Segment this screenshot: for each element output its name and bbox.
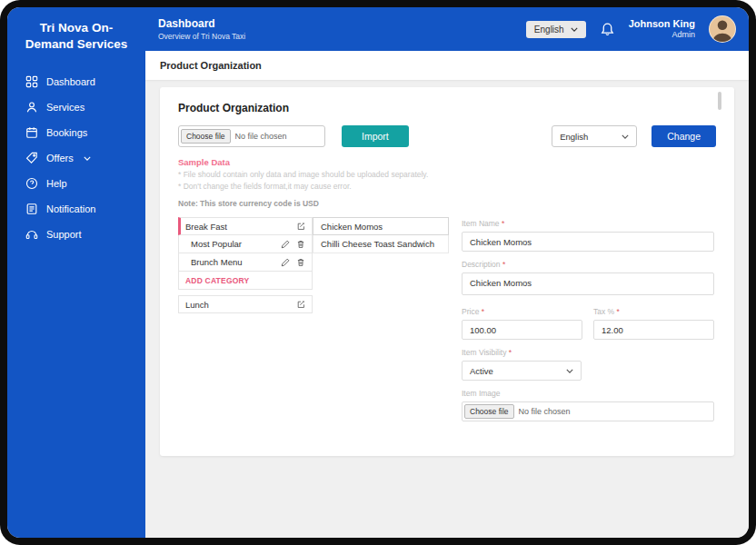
sidebar-item-dashboard[interactable]: Dashboard bbox=[7, 69, 145, 94]
content-area: Product Organization Choose file No file… bbox=[145, 80, 749, 538]
item-row-chicken-momos[interactable]: Chicken Momos bbox=[313, 217, 449, 235]
add-category-button[interactable]: ADD CATEGORY bbox=[178, 272, 313, 290]
import-toolbar: Choose file No file chosen Import Englis… bbox=[178, 125, 716, 147]
language-button-label: English bbox=[534, 25, 564, 35]
device-frame: Tri Nova On-Demand Services Dashboard Se… bbox=[0, 0, 756, 545]
services-icon bbox=[25, 101, 38, 114]
header-subtitle: Overview of Tri Nova Taxi bbox=[158, 32, 245, 41]
sidebar-nav: Dashboard Services Bookings bbox=[7, 69, 145, 247]
description-label: Description * bbox=[462, 260, 714, 269]
notification-icon bbox=[25, 203, 38, 215]
sample-data-link[interactable]: Sample Data bbox=[178, 157, 716, 167]
item-label: Chicken Momos bbox=[321, 222, 383, 232]
language-change-group: English Change bbox=[552, 125, 716, 147]
item-label: Chilli Cheese Toast Sandwich bbox=[321, 239, 434, 249]
file-status-text: No file chosen bbox=[235, 132, 287, 141]
hint-line-1: * File should contain only data and imag… bbox=[178, 170, 716, 179]
item-image-label: Item Image bbox=[462, 389, 714, 398]
offers-icon bbox=[25, 152, 38, 164]
bell-icon[interactable] bbox=[600, 22, 615, 37]
category-row-most-popular[interactable]: Most Popular bbox=[178, 235, 313, 253]
scrollbar-thumb[interactable] bbox=[718, 92, 721, 110]
support-icon bbox=[25, 228, 38, 241]
hint-line-2: * Don't change the fields format,it may … bbox=[178, 182, 716, 191]
header-title: Dashboard bbox=[158, 17, 245, 30]
help-icon bbox=[25, 177, 38, 190]
edit-icon[interactable] bbox=[296, 222, 305, 231]
change-button[interactable]: Change bbox=[652, 125, 716, 147]
sidebar-item-notification[interactable]: Notification bbox=[7, 196, 145, 222]
card-title: Product Organization bbox=[178, 102, 716, 114]
user-role: Admin bbox=[629, 30, 695, 40]
product-organization-card: Product Organization Choose file No file… bbox=[160, 87, 734, 456]
item-image-file-input[interactable]: Choose file No file chosen bbox=[462, 401, 714, 421]
language-button[interactable]: English bbox=[526, 21, 586, 38]
visibility-selected-value: Active bbox=[470, 366, 493, 376]
item-row-chilli-cheese-toast-sandwich[interactable]: Chilli Cheese Toast Sandwich bbox=[313, 235, 449, 253]
file-status-text: No file chosen bbox=[519, 407, 571, 416]
top-header: Dashboard Overview of Tri Nova Taxi Engl… bbox=[145, 7, 749, 51]
chevron-down-icon bbox=[622, 134, 629, 139]
import-button[interactable]: Import bbox=[342, 125, 409, 147]
sidebar-item-offers[interactable]: Offers bbox=[7, 145, 145, 171]
category-label: Brunch Menu bbox=[191, 257, 243, 267]
app-window: Tri Nova On-Demand Services Dashboard Se… bbox=[7, 7, 749, 538]
bookings-icon bbox=[25, 126, 38, 139]
sidebar-item-label: Offers bbox=[46, 153, 74, 164]
item-visibility-select[interactable]: Active bbox=[462, 361, 582, 381]
description-input[interactable] bbox=[462, 272, 714, 295]
sidebar-item-label: Services bbox=[46, 102, 85, 113]
sidebar: Tri Nova On-Demand Services Dashboard Se… bbox=[7, 7, 145, 538]
brand-title: Tri Nova On-Demand Services bbox=[7, 7, 145, 69]
item-list: Chicken Momos Chilli Cheese Toast Sandwi… bbox=[313, 217, 449, 253]
category-row-break-fast[interactable]: Break Fast bbox=[178, 217, 313, 235]
category-label: Break Fast bbox=[185, 222, 227, 232]
choose-file-button[interactable]: Choose file bbox=[464, 404, 514, 419]
chevron-down-icon bbox=[566, 369, 573, 373]
pencil-icon[interactable] bbox=[281, 258, 290, 267]
choose-file-button[interactable]: Choose file bbox=[181, 129, 231, 144]
organization-grid: Break Fast Most Popular bbox=[178, 217, 716, 421]
trash-icon[interactable] bbox=[296, 258, 305, 267]
user-info[interactable]: Johnson King Admin bbox=[629, 18, 695, 41]
breadcrumb-title: Product Organization bbox=[160, 60, 262, 71]
breadcrumb: Product Organization bbox=[145, 51, 749, 80]
sidebar-item-bookings[interactable]: Bookings bbox=[7, 120, 145, 145]
avatar[interactable] bbox=[709, 15, 736, 43]
currency-note: Note: This store currency code is USD bbox=[178, 199, 716, 208]
item-name-label: Item Name * bbox=[462, 219, 714, 228]
main-area: Dashboard Overview of Tri Nova Taxi Engl… bbox=[145, 7, 749, 538]
edit-icon[interactable] bbox=[296, 300, 305, 309]
price-label: Price * bbox=[462, 307, 582, 316]
trash-icon[interactable] bbox=[296, 240, 305, 249]
sidebar-item-label: Support bbox=[46, 229, 82, 240]
sidebar-item-label: Notification bbox=[46, 203, 95, 214]
sidebar-item-label: Help bbox=[46, 178, 67, 189]
header-actions: English Johnson King Admin bbox=[526, 15, 736, 43]
item-name-input[interactable] bbox=[462, 232, 714, 252]
chevron-down-icon bbox=[571, 27, 578, 32]
selected-language: English bbox=[560, 132, 588, 142]
tax-input[interactable] bbox=[593, 320, 714, 340]
category-list: Break Fast Most Popular bbox=[178, 217, 313, 313]
dashboard-icon bbox=[25, 75, 38, 88]
tax-label: Tax % * bbox=[593, 307, 714, 316]
category-row-brunch-menu[interactable]: Brunch Menu bbox=[178, 253, 313, 272]
chevron-down-icon bbox=[84, 156, 91, 161]
sidebar-item-services[interactable]: Services bbox=[7, 94, 145, 120]
sidebar-item-label: Dashboard bbox=[46, 76, 95, 87]
header-titles: Dashboard Overview of Tri Nova Taxi bbox=[158, 17, 245, 41]
item-visibility-label: Item Visibility * bbox=[462, 348, 714, 357]
user-name: Johnson King bbox=[629, 18, 695, 31]
import-file-input[interactable]: Choose file No file chosen bbox=[178, 125, 325, 147]
sidebar-item-support[interactable]: Support bbox=[7, 222, 145, 247]
category-label: Lunch bbox=[185, 300, 209, 310]
price-input[interactable] bbox=[462, 320, 582, 340]
category-label: Most Popular bbox=[191, 239, 242, 249]
card-language-select[interactable]: English bbox=[552, 125, 637, 147]
sidebar-item-help[interactable]: Help bbox=[7, 171, 145, 196]
pencil-icon[interactable] bbox=[281, 240, 290, 249]
item-form: Item Name * Description * Price * bbox=[462, 217, 714, 421]
sidebar-item-label: Bookings bbox=[46, 127, 87, 138]
category-row-lunch[interactable]: Lunch bbox=[178, 295, 313, 313]
